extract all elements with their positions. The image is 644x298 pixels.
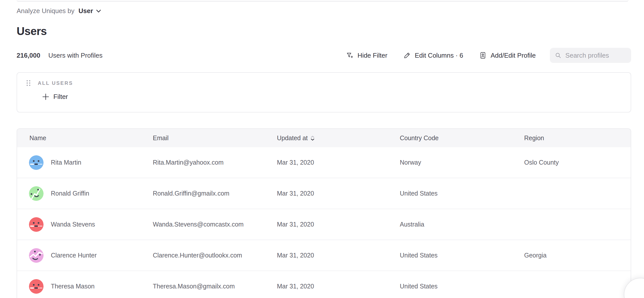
user-email: Theresa.Mason@gmailx.com <box>153 283 277 290</box>
user-name: Ronald Griffin <box>51 190 89 197</box>
plus-icon <box>42 93 49 100</box>
table-row[interactable]: Clarence Hunter Clarence.Hunter@outlookx… <box>17 240 631 271</box>
profiles-count-group: 216,000 Users with Profiles <box>17 52 102 59</box>
toolbar: 216,000 Users with Profiles Hide Filter … <box>17 48 631 63</box>
profile-card-icon <box>479 51 487 59</box>
user-name: Rita Martin <box>51 159 81 166</box>
user-country-code: United States <box>400 252 524 259</box>
user-name: Wanda Stevens <box>51 221 95 228</box>
search-profiles-input[interactable] <box>565 52 626 59</box>
user-email: Rita.Martin@yahoox.com <box>153 159 277 166</box>
pencil-icon <box>403 51 411 59</box>
analyze-uniques-value: User <box>79 7 93 15</box>
funnel-plus-icon <box>346 51 354 59</box>
user-avatar <box>29 248 44 263</box>
query-card-remnant <box>17 0 628 2</box>
chevron-down-icon <box>96 10 101 13</box>
column-header-updated-at[interactable]: Updated at <box>277 134 400 142</box>
user-country-code: United States <box>400 283 524 290</box>
hide-filter-button[interactable]: Hide Filter <box>346 51 387 59</box>
user-email: Wanda.Stevens@comcastx.com <box>153 221 277 228</box>
drag-handle-icon[interactable] <box>26 80 31 86</box>
table-row[interactable]: Rita Martin Rita.Martin@yahoox.com Mar 3… <box>17 147 631 178</box>
user-region: Oslo County <box>524 159 631 166</box>
user-avatar <box>29 155 44 170</box>
table-row[interactable]: Wanda Stevens Wanda.Stevens@comcastx.com… <box>17 209 631 240</box>
column-header-name[interactable]: Name <box>29 134 153 142</box>
user-country-code: Norway <box>400 159 524 166</box>
column-header-region[interactable]: Region <box>524 134 631 142</box>
analyze-uniques-label: Analyze Uniques by <box>17 7 75 15</box>
user-name: Theresa Mason <box>51 283 95 290</box>
user-region: Georgia <box>524 252 631 259</box>
add-filter-button[interactable]: Filter <box>42 93 68 101</box>
column-header-email[interactable]: Email <box>153 134 277 142</box>
users-page: Analyze Uniques by User Users 216,000 Us… <box>0 0 644 298</box>
user-country-code: United States <box>400 190 524 197</box>
analyze-uniques-row: Analyze Uniques by User <box>17 0 631 15</box>
table-row[interactable]: Ronald Griffin Ronald.Griffin@gmailx.com… <box>17 178 631 209</box>
user-updated-at: Mar 31, 2020 <box>277 190 400 197</box>
search-profiles-box <box>550 48 631 63</box>
user-avatar <box>29 279 44 294</box>
user-updated-at: Mar 31, 2020 <box>277 252 400 259</box>
user-updated-at: Mar 31, 2020 <box>277 283 400 290</box>
user-email: Ronald.Griffin@gmailx.com <box>153 190 277 197</box>
table-row[interactable]: Theresa Mason Theresa.Mason@gmailx.com M… <box>17 271 631 298</box>
user-updated-at: Mar 31, 2020 <box>277 221 400 228</box>
analyze-uniques-dropdown[interactable]: User <box>79 7 101 15</box>
user-avatar <box>29 186 44 201</box>
profiles-count: 216,000 <box>17 52 40 59</box>
table-header-row: Name Email Updated at Country Code Regio… <box>17 129 631 147</box>
user-country-code: Australia <box>400 221 524 228</box>
page-title: Users <box>17 25 631 38</box>
user-email: Clarence.Hunter@outlookx.com <box>153 252 277 259</box>
users-table: Name Email Updated at Country Code Regio… <box>17 128 631 298</box>
add-edit-profile-button[interactable]: Add/Edit Profile <box>479 51 536 59</box>
profiles-count-label: Users with Profiles <box>48 52 102 59</box>
search-icon <box>555 52 561 59</box>
all-users-label: ALL USERS <box>38 80 73 86</box>
user-updated-at: Mar 31, 2020 <box>277 159 400 166</box>
table-body: Rita Martin Rita.Martin@yahoox.com Mar 3… <box>17 147 631 298</box>
user-avatar <box>29 217 44 232</box>
user-name: Clarence Hunter <box>51 252 97 259</box>
column-header-country-code[interactable]: Country Code <box>400 134 524 142</box>
edit-columns-button[interactable]: Edit Columns · 6 <box>403 51 463 59</box>
sort-icon <box>311 136 314 141</box>
filter-panel: ALL USERS Filter <box>17 72 631 113</box>
